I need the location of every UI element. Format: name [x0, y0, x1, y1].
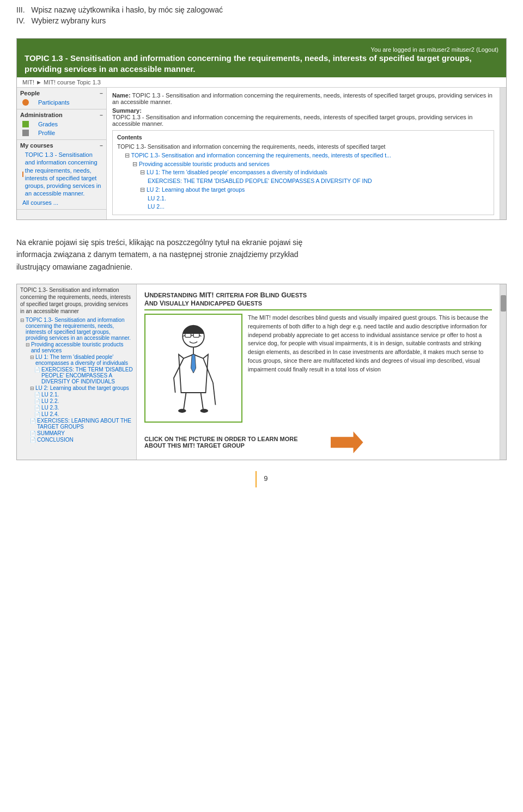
s2-link-providing[interactable]: Providing accessible touristic products … — [31, 341, 133, 353]
s2-link-summary[interactable]: SUMMARY — [37, 430, 65, 436]
body-text: The MIT! model describes blind guests an… — [248, 314, 492, 374]
step3: III. Wpisz nazwę użytkownika i hasło, by… — [16, 5, 507, 14]
s2-collapse-icon-4: ⊟ — [30, 386, 34, 391]
s2-tree-lu24: 📄 LU 2.4. — [20, 411, 133, 417]
moodle-layout: People − Participants Administration − G… — [17, 88, 506, 219]
s2-link-topic[interactable]: TOPIC 1.3- Sensitisation and information… — [26, 317, 133, 341]
step4-label: IV. — [16, 16, 25, 25]
s2-tree-providing: ⊟ Providing accessible touristic product… — [20, 341, 133, 353]
scrollbar1[interactable] — [500, 88, 506, 219]
people-collapse-btn[interactable]: − — [100, 90, 103, 96]
profile-link[interactable]: Profile — [31, 129, 55, 137]
s2-file-icon-2: 📄 — [34, 392, 40, 398]
person-svg — [153, 319, 234, 417]
s2-collapse-icon-2: ⊟ — [26, 342, 30, 347]
sidebar-mycourses-section: My courses − TOPIC 1.3 - Sensitisation a… — [17, 140, 106, 210]
people-header: People − — [20, 90, 103, 96]
s2-file-icon-1: 📄 — [34, 367, 40, 373]
moodle-header: You are logged in as mituser2 mituser2 (… — [17, 39, 506, 77]
mycourses-label: My courses — [20, 142, 53, 149]
click-label-line1: Click on the picture in order to learn m… — [144, 436, 298, 442]
mycourses-collapse-btn[interactable]: − — [100, 143, 103, 149]
s2-link-exercises2[interactable]: EXERCISES: LEARNING ABOUT THE TARGET GRO… — [37, 418, 133, 430]
mycourse-icon — [22, 172, 23, 177]
svg-line-7 — [213, 383, 216, 405]
middle-line1: Na ekranie pojawi się spis treści, klika… — [16, 236, 507, 248]
participants-link[interactable]: Participants — [31, 99, 69, 106]
scrollbar2[interactable] — [500, 284, 506, 460]
s2-tree-lu22: 📄 LU 2.2. — [20, 398, 133, 404]
s2-tree-lu23: 📄 LU 2.3. — [20, 405, 133, 411]
click-label-row: Click on the picture in order to learn m… — [144, 431, 492, 453]
next-arrow-icon[interactable] — [331, 431, 363, 453]
step4: IV. Wybierz wybrany kurs — [16, 16, 507, 25]
sidebar2-tree: ⊟ TOPIC 1.3- Sensitisation and informati… — [20, 317, 133, 443]
svg-line-9 — [201, 393, 204, 410]
s2-link-lu1[interactable]: LU 1: The term 'disabled people' encompa… — [35, 354, 133, 366]
admin-collapse-btn[interactable]: − — [100, 112, 103, 118]
blind-person-image[interactable] — [144, 314, 242, 423]
s2-link-conclusion[interactable]: CONCLUSION — [37, 437, 74, 443]
summary-value: TOPIC 1.3 - Sensitisation and informatio… — [112, 114, 494, 127]
s2-file-icon-8: 📄 — [30, 437, 36, 443]
s2-file-icon-4: 📄 — [34, 405, 40, 411]
tree-link-3[interactable]: LU 1: The term 'disabled people' encompa… — [147, 169, 327, 175]
tree-item-0: TOPIC 1.3- Sensitisation and information… — [117, 143, 489, 151]
tree-link-4[interactable]: EXERCISES: THE TERM 'DISABLED PEOPLE' EN… — [148, 178, 372, 184]
breadcrumb-text: MIT! ► MIT! course Topic 1.3 — [22, 79, 101, 86]
s2-file-icon-3: 📄 — [34, 399, 40, 404]
s2-file-icon-7: 📄 — [30, 431, 36, 436]
s2-link-lu22[interactable]: LU 2.2. — [41, 398, 59, 404]
understanding-subtitle: AND VISUALLY HANDICAPPED GUESTS — [144, 300, 262, 307]
participants-row: Participants — [20, 98, 103, 107]
s2-tree-conclusion: 📄 CONCLUSION — [20, 437, 133, 443]
tree-item-3: ⊟ LU 1: The term 'disabled people' encom… — [117, 168, 489, 177]
tree-link-7[interactable]: LU 2... — [148, 203, 165, 210]
s2-tree-exercises2: 📄 EXERCISES: LEARNING ABOUT THE TARGET G… — [20, 418, 133, 430]
svg-point-11 — [200, 409, 208, 413]
mycourse-item: TOPIC 1.3 - Sensitisation and informatio… — [20, 150, 103, 198]
breadcrumb: MIT! ► MIT! course Topic 1.3 — [17, 77, 506, 88]
s2-link-exercises1[interactable]: EXERCISES: THE TERM 'DISABLED PEOPLE' EN… — [41, 367, 133, 384]
mycourse-link[interactable]: TOPIC 1.3 - Sensitisation and informatio… — [25, 151, 103, 198]
tree-item-6: LU 2.1. — [117, 194, 489, 203]
s2-link-lu2[interactable]: LU 2: Learning about the target groups — [35, 385, 129, 391]
understanding-title-part1: UNDERSTANDING MIT! — [144, 291, 214, 299]
tree-item-4: EXERCISES: THE TERM 'DISABLED PEOPLE' EN… — [117, 177, 489, 186]
grades-icon — [22, 121, 29, 127]
s2-collapse-icon-1: ⊟ — [20, 318, 25, 323]
s2-tree-summary: 📄 SUMMARY — [20, 430, 133, 436]
name-row: Name: TOPIC 1.3 - Sensitisation and info… — [112, 92, 494, 105]
all-courses-link[interactable]: All courses ... — [20, 198, 103, 207]
tree-item-2: ⊟ Providing accessible touristic product… — [117, 160, 489, 169]
step4-text: Wybierz wybrany kurs — [32, 16, 106, 25]
scroll-thumb2[interactable] — [501, 295, 506, 312]
tree-item-5: ⊟ LU 2: Learning about the target groups — [117, 186, 489, 194]
profile-row: Profile — [20, 129, 103, 137]
grades-link[interactable]: Grades — [31, 120, 58, 128]
tree-link-1[interactable]: TOPIC 1.3- Sensitisation and information… — [131, 152, 391, 158]
participants-icon — [22, 99, 29, 106]
tree-item-1: ⊟ TOPIC 1.3- Sensitisation and informati… — [117, 151, 489, 160]
s2-link-lu24[interactable]: LU 2.4. — [41, 411, 59, 417]
click-label-text: Click on the picture in order to learn m… — [144, 436, 298, 449]
screenshot2: TOPIC 1.3- Sensitisation and information… — [16, 284, 507, 460]
step3-text: Wpisz nazwę użytkownika i hasło, by móc … — [31, 5, 223, 14]
contents-box: Contents TOPIC 1.3- Sensitisation and in… — [112, 130, 494, 215]
footer-line-decoration — [256, 471, 257, 487]
s2-tree-lu21: 📄 LU 2.1. — [20, 392, 133, 398]
s2-tree-exercises1: 📄 EXERCISES: THE TERM 'DISABLED PEOPLE' … — [20, 367, 133, 384]
sidebar-people-section: People − Participants — [17, 88, 106, 109]
admin-label: Administration — [20, 112, 63, 118]
s2-link-lu21[interactable]: LU 2.1. — [41, 392, 59, 398]
s2-file-icon-6: 📄 — [30, 418, 36, 424]
tree-link-5[interactable]: LU 2: Learning about the target groups — [147, 186, 245, 193]
s2-link-lu23[interactable]: LU 2.3. — [41, 405, 59, 411]
moodle-main-content: Name: TOPIC 1.3 - Sensitisation and info… — [107, 88, 500, 219]
people-label: People — [20, 90, 40, 96]
name-value: TOPIC 1.3 - Sensitisation and informatio… — [112, 92, 492, 105]
tree-link-2[interactable]: Providing accessible touristic products … — [139, 161, 270, 167]
topic-title: TOPIC 1.3 - Sensitisation and informatio… — [25, 53, 498, 74]
middle-text-section: Na ekranie pojawi się spis treści, klika… — [0, 225, 523, 278]
tree-link-6[interactable]: LU 2.1. — [148, 195, 166, 202]
